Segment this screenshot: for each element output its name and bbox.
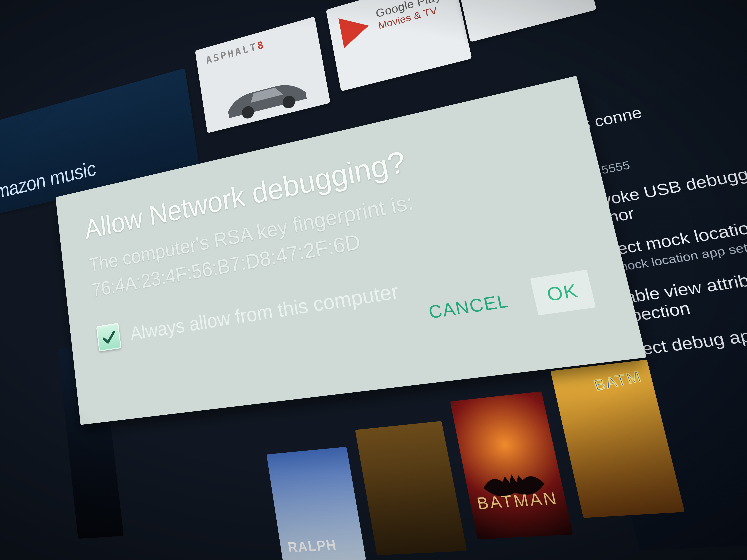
- tile-asphalt-8[interactable]: ASPHALT8: [195, 17, 331, 133]
- check-icon: [100, 327, 117, 347]
- thumb-ralph-label: RALPH: [287, 537, 338, 555]
- car-icon: [220, 65, 312, 125]
- thumb-ralph[interactable]: RALPH: [266, 447, 366, 560]
- play-movies-icon: [338, 10, 372, 48]
- thumb-movie-2[interactable]: [355, 421, 467, 555]
- thumb-batman-2-label: BATM: [591, 367, 644, 394]
- tile-google-play-movies[interactable]: Google Play Movies & TV: [326, 0, 472, 91]
- always-allow-checkbox[interactable]: [96, 323, 121, 351]
- thumb-batman-1[interactable]: BATMAN: [450, 391, 573, 539]
